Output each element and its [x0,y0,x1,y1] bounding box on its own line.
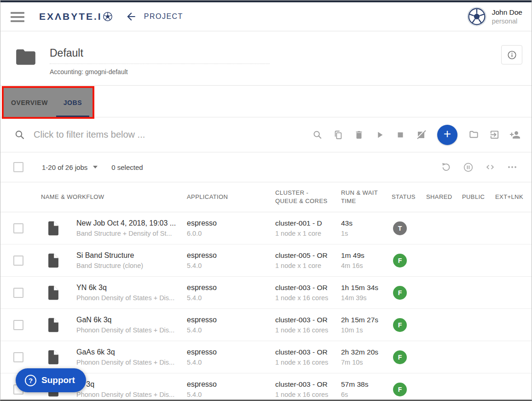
app-header: EXΛBYTE.I PROJECT John Doe personal [0,2,532,31]
row-checkbox[interactable] [13,320,23,330]
job-cluster-queue: cluster-005 - OR [275,251,332,260]
job-application: espresso [187,219,275,227]
back-button[interactable] [125,10,138,23]
job-workflow: Band Structure + Density of St... [76,230,180,237]
job-name: 6k 3q [76,380,180,389]
job-workflow: Phonon Density of States + Dis... [76,391,180,398]
project-accounting: Accounting: gmogni-default [50,68,270,76]
add-people-icon[interactable] [509,129,520,140]
project-title-field[interactable]: Default [50,47,270,64]
job-name: Si Band Structure [76,251,180,260]
more-icon[interactable] [507,162,518,173]
job-workflow: Band Structure (clone) [76,262,180,269]
filter-input[interactable] [34,129,227,140]
status-badge: F [393,383,407,396]
row-checkbox[interactable] [13,352,23,362]
job-cores: 1 node x 1 core [275,230,332,237]
table-header: NAME & WORKFLOW APPLICATION CLUSTER - QU… [0,182,532,212]
job-wait-time: 6s [341,391,382,398]
status-badge: T [393,221,407,235]
run-icon[interactable] [374,129,385,140]
page-title: PROJECT [144,12,183,21]
pause-icon[interactable] [463,162,474,173]
search-action-icon[interactable] [312,129,323,140]
job-cluster-queue: cluster-003 - OR [275,380,332,389]
folder-move-icon[interactable] [468,129,479,140]
delete-icon[interactable] [353,129,364,140]
annotation-highlight-box: OVERVIEW JOBS [2,86,94,119]
move-to-icon[interactable] [489,129,500,140]
copy-icon[interactable] [333,129,344,140]
job-cores: 1 node x 16 cores [275,326,332,334]
column-name-workflow[interactable]: NAME & WORKFLOW [0,193,187,201]
filter-bar: + [0,117,532,152]
job-version: 5.4.0 [187,391,275,398]
column-cluster[interactable]: CLUSTER - QUEUE & CORES [275,189,341,205]
job-application: espresso [187,251,275,260]
code-icon[interactable] [485,162,496,173]
job-run-time: 2h 15m 27s [341,316,382,324]
job-application: espresso [187,380,275,389]
column-public[interactable]: PUBLIC [462,193,495,201]
column-shared[interactable]: SHARED [426,193,462,201]
tab-overview[interactable]: OVERVIEW [4,88,55,117]
selection-bar: 1-20 of 26 jobs 0 selected [0,152,532,182]
column-run-wait[interactable]: RUN & WAIT TIME [341,189,392,205]
file-icon [46,317,76,333]
select-all-checkbox[interactable] [13,162,23,172]
job-version: 6.0.0 [187,230,275,237]
job-wait-time: 14m 39s [341,294,382,302]
job-cluster-queue: cluster-003 - OR [275,284,332,292]
table-row[interactable]: New Job Oct 4, 2018, 19:03 ... Band Stru… [0,212,532,244]
job-cores: 1 node x 1 core [275,262,332,269]
job-workflow: Phonon Density of States + Dis... [76,294,180,302]
table-row[interactable]: GaN 6k 3q Phonon Density of States + Dis… [0,309,532,341]
avatar[interactable] [467,7,486,26]
help-icon: ? [25,375,36,386]
support-label: Support [41,375,75,385]
job-cluster-queue: cluster-003 - OR [275,316,332,324]
row-checkbox[interactable] [13,223,23,233]
job-cluster-queue: cluster-003 - OR [275,348,332,356]
file-icon [46,221,76,236]
support-button[interactable]: ? Support [16,368,86,392]
job-wait-time: 1s [341,230,382,237]
job-workflow: Phonon Density of States + Dis... [76,326,180,334]
row-checkbox[interactable] [13,288,23,298]
job-name: GaAs 6k 3q [76,348,180,356]
status-badge: F [393,318,407,332]
soccer-ball-icon [102,12,113,22]
tab-jobs[interactable]: JOBS [55,88,90,117]
status-badge: F [393,286,407,300]
info-button[interactable] [501,45,522,64]
job-run-time: 57m 38s [341,380,382,389]
table-row[interactable]: GaAs 6k 3q Phonon Density of States + Di… [0,341,532,373]
folder-icon [14,47,37,85]
job-name: GaN 6k 3q [76,316,180,324]
refresh-icon[interactable] [440,162,451,173]
menu-icon[interactable] [11,12,24,22]
add-job-button[interactable]: + [437,125,457,145]
logo[interactable]: EXΛBYTE.I [39,11,113,22]
table-row[interactable]: YN 6k 3q Phonon Density of States + Dis.… [0,277,532,309]
user-name: John Doe [492,8,522,17]
column-status[interactable]: STATUS [392,193,426,201]
column-application[interactable]: APPLICATION [187,193,275,201]
job-run-time: 1h 15m 34s [341,284,382,292]
job-application: espresso [187,348,275,356]
cancel-icon[interactable] [416,129,427,140]
job-wait-time: 4m 16s [341,262,382,269]
file-icon [46,349,76,365]
search-icon [14,129,25,140]
job-name: YN 6k 3q [76,284,180,292]
row-checkbox[interactable] [13,256,23,266]
stop-icon[interactable] [395,129,406,140]
job-cores: 1 node x 16 cores [275,359,332,366]
job-wait-time: 7m 10s [341,359,382,366]
chevron-down-icon[interactable] [93,166,98,169]
pagination-range[interactable]: 1-20 of 26 jobs [42,163,87,171]
column-ext-lnk[interactable]: EXT+LNK [495,193,532,201]
job-version: 5.4.0 [187,326,275,334]
job-name: New Job Oct 4, 2018, 19:03 ... [76,219,180,227]
table-row[interactable]: Si Band Structure Band Structure (clone)… [0,244,532,277]
